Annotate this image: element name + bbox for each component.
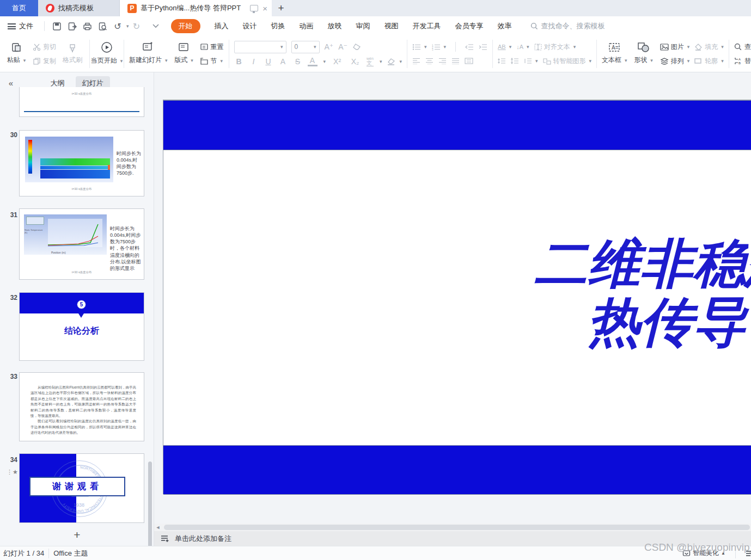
font-color-button[interactable]: A [308, 56, 318, 66]
align-left-button[interactable] [412, 55, 420, 67]
increase-font-button[interactable]: A⁺ [325, 41, 334, 53]
slide-thumbnail-30[interactable]: 时间步长为0.004s,时间步数为7500步. t=30 s温度分布 [19, 130, 144, 196]
align-text-button[interactable]: 对齐文本 [534, 41, 576, 53]
play-from-current-button[interactable]: 当页开始 [95, 41, 119, 67]
output-as-button[interactable] [66, 21, 78, 32]
collapse-ribbon-icon[interactable] [150, 21, 162, 32]
line-spacing-increase-button[interactable] [498, 55, 506, 67]
menu-item-efficiency[interactable]: 效率 [498, 21, 512, 31]
line-spacing-button[interactable] [524, 55, 538, 67]
decrease-indent-button[interactable] [465, 41, 474, 53]
clear-format-button[interactable] [352, 41, 361, 53]
outline-caret-icon [721, 58, 724, 64]
font-family-combo[interactable] [234, 41, 286, 53]
undo-dropdown-caret-icon[interactable] [126, 23, 129, 29]
reset-button[interactable]: 重置 [200, 41, 224, 53]
align-center-button[interactable] [425, 55, 433, 67]
notes-placeholder: 单击此处添加备注 [175, 534, 231, 544]
smart-beautify-button[interactable]: 智能美化 ▲ [682, 547, 725, 559]
arrange-button[interactable]: 排列 [660, 55, 690, 67]
outline-button[interactable]: 轮廓 [694, 55, 724, 67]
distribute-button[interactable] [465, 55, 473, 67]
slide-thumbnail-33[interactable]: 从编程绘制的云图和Fluent仿真得到的云图都可以看到，由于高温区域在上边的右半… [19, 372, 144, 441]
slide-title[interactable]: 二维非稳态 热传导 [522, 235, 751, 351]
menu-item-devtools[interactable]: 开发工具 [413, 21, 441, 31]
bold-button[interactable]: B [234, 57, 244, 66]
to-smart-graphic-button[interactable]: 转智能图形 [543, 55, 592, 67]
theme-name[interactable]: Office 主题 [53, 549, 88, 558]
slide-layout-button[interactable]: 版式 [172, 42, 196, 66]
menu-item-slideshow[interactable]: 放映 [328, 21, 342, 31]
tab-docer-templates[interactable]: 找稿壳模板 [38, 0, 120, 16]
save-button[interactable] [51, 21, 63, 32]
slide-thumbnail-32[interactable]: 5 结论分析 [19, 292, 144, 361]
file-menu[interactable]: 文件 [8, 21, 33, 31]
text-direction-button[interactable]: AB [498, 41, 511, 53]
bullet-list-icon [412, 44, 421, 51]
subscript-button[interactable]: X₂ [349, 57, 362, 66]
find-button[interactable]: 查找 [734, 41, 751, 53]
menu-item-membership[interactable]: 会员专享 [455, 21, 484, 31]
justify-button[interactable] [451, 55, 460, 67]
text-orientation-button[interactable]: ↓A [516, 41, 529, 53]
picture-button[interactable]: 图片 [660, 41, 690, 53]
font-size-combo[interactable]: 0 [291, 41, 320, 53]
align-right-button[interactable] [438, 55, 447, 67]
line-spacing-caret-icon [535, 58, 538, 64]
highlight-button[interactable] [387, 56, 402, 67]
text-box-button[interactable]: A= 文本框 [602, 42, 627, 66]
print-preview-button[interactable] [96, 21, 108, 32]
scroll-left-arrow-icon[interactable]: ◄ [154, 525, 162, 530]
increase-indent-button[interactable] [479, 41, 487, 53]
close-tab-icon[interactable] [262, 4, 267, 13]
tab-current-document[interactable]: 基于Python编...热传导 答辩PPT [120, 0, 272, 16]
new-slide-button[interactable]: 新建幻灯片 [129, 42, 168, 66]
copy-button[interactable]: 复制 [33, 55, 56, 67]
notes-toggle-button-partial[interactable] [746, 547, 751, 559]
section-button[interactable]: 节 [200, 55, 224, 67]
superscript-button[interactable]: X² [331, 57, 344, 66]
redo-button[interactable]: ↻ [131, 21, 143, 32]
paste-button[interactable]: 粘贴 [4, 42, 28, 66]
menu-item-home[interactable]: 开始 [171, 19, 200, 33]
command-search[interactable]: 查找命令、搜索模板 [530, 21, 605, 31]
char-spacing-button[interactable]: A [278, 57, 288, 66]
pinyin-guide-button[interactable]: wén 文 [367, 57, 374, 66]
format-painter-button[interactable]: 格式刷 [60, 43, 84, 65]
strikethrough-button[interactable]: S [293, 57, 303, 66]
italic-button[interactable]: I [249, 57, 259, 66]
menu-item-view[interactable]: 视图 [384, 21, 399, 31]
slide-thumbnail-31[interactable]: Position (m) Static Temperature (K) 时间步长… [19, 208, 144, 280]
slide-canvas[interactable]: 二维非稳态 热传导 [154, 72, 751, 524]
slide-thumbnail-29-partial[interactable]: t=30 s温度分布 [19, 87, 144, 117]
new-tab-button[interactable]: + [272, 0, 290, 16]
menu-item-review[interactable]: 审阅 [356, 21, 370, 31]
horizontal-scrollbar-thumb[interactable] [164, 525, 750, 530]
line-spacing-decrease-button[interactable] [511, 55, 519, 67]
menu-item-insert[interactable]: 插入 [215, 21, 229, 31]
add-slide-button[interactable]: + [0, 528, 154, 541]
shapes-button[interactable]: 形状 [632, 42, 656, 66]
slide-thumbnail-34[interactable]: NORTHWESTERN POLYTECHNICAL UNIVERSITY 19… [19, 453, 144, 523]
menu-item-animation[interactable]: 动画 [300, 21, 314, 31]
bullet-list-button[interactable] [412, 41, 427, 53]
cut-button[interactable]: 剪切 [33, 41, 56, 53]
collapse-panel-button[interactable]: « [0, 78, 22, 88]
replace-button[interactable]: AB 替换 [734, 55, 751, 67]
undo-button[interactable]: ↺ [112, 21, 124, 32]
current-slide[interactable]: 二维非稳态 热传导 [163, 100, 751, 494]
slide-top-banner[interactable] [163, 100, 751, 150]
decrease-font-button[interactable]: A⁻ [338, 41, 347, 53]
thumb31-chart-image: Position (m) Static Temperature (K) [24, 214, 107, 255]
present-on-monitor-icon[interactable] [250, 5, 258, 11]
fill-button[interactable]: 填充 [694, 41, 724, 53]
underline-button[interactable]: U [264, 57, 273, 66]
notes-bar[interactable]: 单击此处添加备注 [154, 531, 751, 546]
slide-bottom-banner[interactable] [163, 445, 751, 495]
tab-home[interactable]: 首页 [0, 0, 38, 16]
menu-item-design[interactable]: 设计 [243, 21, 257, 31]
print-button[interactable] [81, 21, 93, 32]
horizontal-scrollbar[interactable]: ◄ [154, 524, 751, 531]
menu-item-transitions[interactable]: 切换 [271, 21, 285, 31]
numbered-list-button[interactable]: 123 [432, 41, 447, 53]
